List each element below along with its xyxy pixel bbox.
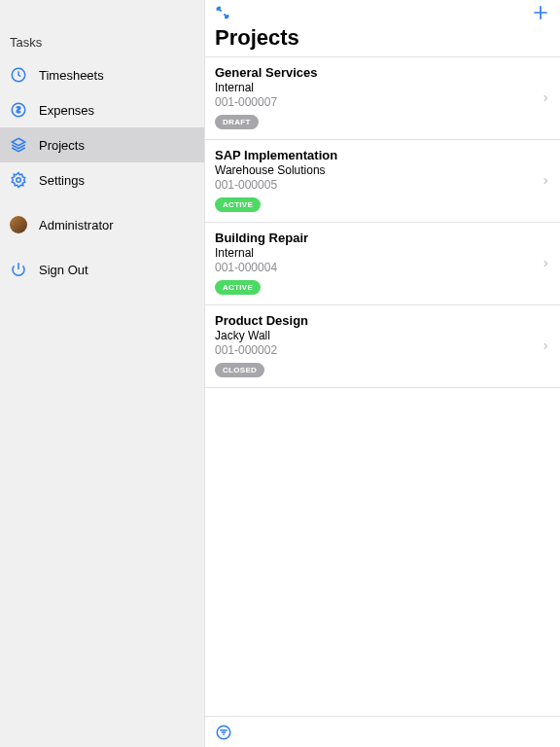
spacer [0,197,204,207]
project-row[interactable]: Building RepairInternal001-000004ACTIVE [205,223,560,305]
project-name: General Services [215,65,550,80]
project-code: 001-000005 [215,178,550,192]
add-button[interactable] [531,3,550,22]
sidebar-item-administrator[interactable]: Administrator [0,207,204,242]
project-assignee: Warehouse Solutions [215,163,550,177]
spacer [0,242,204,252]
collapse-sidebar-icon[interactable] [215,5,230,20]
dollar-circle-icon [10,101,27,119]
power-icon [10,261,27,278]
avatar [10,216,27,233]
project-name: SAP Implementation [215,148,550,162]
sidebar-item-label: Sign Out [39,263,88,277]
project-name: Product Design [215,313,550,328]
project-row[interactable]: Product DesignJacky Wall001-000002CLOSED [205,305,560,388]
sidebar-item-label: Expenses [39,103,94,118]
gear-icon [10,171,27,189]
status-badge: ACTIVE [215,280,261,295]
project-code: 001-000002 [215,343,550,357]
chevron-right-icon [541,257,550,270]
clock-icon [10,66,27,84]
projects-list: General ServicesInternal001-000007DRAFTS… [205,57,560,716]
sidebar-item-expenses[interactable]: Expenses [0,92,204,127]
sidebar-item-timesheets[interactable]: Timesheets [0,57,204,92]
bottombar [205,716,560,747]
status-badge: CLOSED [215,363,264,377]
chevron-right-icon [541,339,550,353]
status-badge: ACTIVE [215,197,261,212]
sidebar-item-label: Timesheets [39,68,104,83]
page-title: Projects [215,25,550,51]
filter-icon[interactable] [215,724,232,741]
project-row[interactable]: General ServicesInternal001-000007DRAFT [205,57,560,140]
sidebar-item-settings[interactable]: Settings [0,162,204,197]
chevron-right-icon [541,91,550,105]
sidebar-section-label: Tasks [0,31,204,57]
project-name: Building Repair [215,231,550,245]
sidebar-item-label: Administrator [39,218,114,232]
layers-icon [10,136,27,154]
project-code: 001-000007 [215,95,550,109]
topbar [205,0,560,25]
chevron-right-icon [541,174,550,188]
status-badge: DRAFT [215,115,259,129]
svg-point-2 [17,178,21,183]
main: Projects General ServicesInternal001-000… [204,0,560,747]
project-code: 001-000004 [215,261,550,274]
project-assignee: Jacky Wall [215,329,550,342]
project-row[interactable]: SAP ImplementationWarehouse Solutions001… [205,140,560,223]
sidebar-item-signout[interactable]: Sign Out [0,252,204,287]
sidebar: Tasks Timesheets Expenses Projects Setti… [0,0,204,747]
sidebar-item-projects[interactable]: Projects [0,127,204,162]
title-row: Projects [205,25,560,57]
sidebar-item-label: Projects [39,138,85,153]
sidebar-item-label: Settings [39,173,85,188]
project-assignee: Internal [215,81,550,94]
project-assignee: Internal [215,246,550,260]
